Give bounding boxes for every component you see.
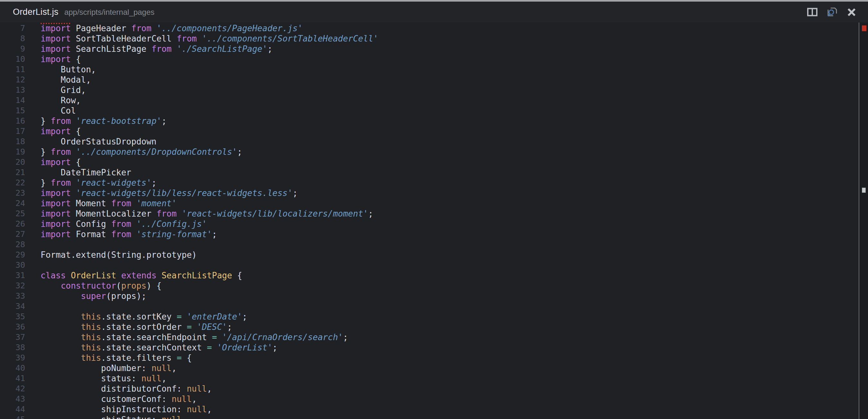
code-line[interactable]: 7import PageHeader from '../components/P… xyxy=(0,23,858,33)
code-token: OrderStatusDropdown xyxy=(40,137,156,147)
code-line[interactable]: 38 this.state.searchContext = 'OrderList… xyxy=(0,343,858,353)
code-line[interactable]: 32 constructor(props) { xyxy=(0,281,858,291)
code-token: .state.searchEndpoint xyxy=(101,332,212,342)
code-token: import xyxy=(40,54,71,64)
code-token: this xyxy=(81,332,101,342)
code-line[interactable]: 44 shipInstruction: null, xyxy=(0,404,858,415)
code-line[interactable]: 15 Col xyxy=(0,105,858,116)
code-line[interactable]: 16} from 'react-bootstrap'; xyxy=(0,116,858,126)
error-squiggle xyxy=(40,23,70,24)
code-line[interactable]: 25import MomentLocalizer from 'react-wid… xyxy=(0,208,858,219)
code-line[interactable]: 42 distributorConf: null, xyxy=(0,384,858,394)
split-view-icon[interactable] xyxy=(807,7,818,18)
line-number: 38 xyxy=(0,343,25,353)
code-line[interactable]: 20import { xyxy=(0,157,858,167)
code-line-text: distributorConf: null, xyxy=(40,384,212,394)
code-line[interactable]: 39 this.state.filters = { xyxy=(0,353,858,363)
code-token: = xyxy=(177,312,182,321)
code-token: import xyxy=(40,219,71,229)
code-line[interactable]: 31class OrderList extends SearchListPage… xyxy=(0,270,858,281)
code-token: null xyxy=(187,384,207,394)
search-in-files-icon[interactable] xyxy=(827,7,837,18)
code-line-text: import Moment from 'moment' xyxy=(40,198,177,208)
code-line-text: import SearchListPage from './SearchList… xyxy=(40,44,272,54)
line-number: 28 xyxy=(0,239,25,250)
line-number: 34 xyxy=(0,301,25,312)
code-line[interactable]: 26import Config from '../Config.js' xyxy=(0,219,858,229)
code-token xyxy=(40,291,81,301)
code-line[interactable]: 34 xyxy=(0,301,858,312)
file-title: OrderList.js xyxy=(13,7,59,17)
code-token: ; xyxy=(343,332,348,342)
code-token xyxy=(40,332,81,342)
line-number: 20 xyxy=(0,157,25,167)
code-line-text: } from 'react-widgets'; xyxy=(40,178,156,188)
code-token: distributorConf: xyxy=(40,384,187,394)
code-line[interactable]: 13 Grid, xyxy=(0,85,858,95)
line-number: 25 xyxy=(0,208,25,219)
code-token: , xyxy=(207,405,212,414)
code-token: 'react-widgets/lib/less/react-widgets.le… xyxy=(76,188,293,198)
code-line[interactable]: 27import Format from 'string-format'; xyxy=(0,229,858,239)
code-line[interactable]: 10import { xyxy=(0,54,858,64)
code-token: null xyxy=(141,374,162,383)
code-line[interactable]: 23import 'react-widgets/lib/less/react-w… xyxy=(0,188,858,198)
code-line-text: import Format from 'string-format'; xyxy=(40,229,217,239)
code-token: Col xyxy=(40,106,76,116)
line-number: 42 xyxy=(0,384,25,394)
scrollbar-thumb[interactable] xyxy=(862,188,866,193)
code-line[interactable]: 11 Button, xyxy=(0,64,858,75)
code-token: from xyxy=(151,44,172,54)
code-token xyxy=(71,116,76,126)
code-token: .state.searchContext xyxy=(101,343,207,352)
code-line[interactable]: 29Format.extend(String.prototype) xyxy=(0,250,858,260)
code-line-text: Button, xyxy=(40,64,96,75)
code-line[interactable]: 12 Modal, xyxy=(0,75,858,85)
code-line[interactable]: 35 this.state.sortKey = 'enterDate'; xyxy=(0,312,858,322)
line-number: 8 xyxy=(0,33,25,44)
code-token: shipStatus: xyxy=(40,415,162,419)
code-line[interactable]: 14 Row, xyxy=(0,95,858,105)
code-line[interactable]: 8import SortTableHeaderCell from '../com… xyxy=(0,33,858,44)
code-line[interactable]: 19} from '../components/DropdownControls… xyxy=(0,147,858,157)
code-token: , xyxy=(182,415,187,419)
code-line[interactable]: 18 OrderStatusDropdown xyxy=(0,136,858,147)
line-number: 39 xyxy=(0,353,25,363)
code-token xyxy=(131,219,136,229)
code-line-text: import PageHeader from '../components/Pa… xyxy=(40,23,303,33)
code-line[interactable]: 43 customerConf: null, xyxy=(0,394,858,404)
code-line[interactable]: 28 xyxy=(0,239,858,250)
code-line[interactable]: 37 this.state.searchEndpoint = '/api/Crn… xyxy=(0,332,858,343)
code-line[interactable]: 41 status: null, xyxy=(0,373,858,384)
code-area[interactable]: 7import PageHeader from '../components/P… xyxy=(0,23,858,419)
code-line[interactable]: 40 poNumber: null, xyxy=(0,363,858,373)
line-number: 15 xyxy=(0,105,25,116)
code-token: { xyxy=(182,353,192,363)
code-token: 'OrderList' xyxy=(217,343,272,352)
code-token: ; xyxy=(237,147,242,157)
code-line[interactable]: 24import Moment from 'moment' xyxy=(0,198,858,208)
code-token: import xyxy=(40,44,71,54)
line-number: 40 xyxy=(0,363,25,373)
code-line-text: Col xyxy=(40,105,76,116)
code-token: from xyxy=(51,147,71,157)
code-token: from xyxy=(111,229,131,239)
code-token xyxy=(212,343,217,352)
close-icon[interactable] xyxy=(846,7,857,18)
code-token xyxy=(66,271,71,280)
code-line[interactable]: 22} from 'react-widgets'; xyxy=(0,178,858,188)
code-token: status: xyxy=(40,374,141,383)
scrollbar-track[interactable] xyxy=(859,23,868,419)
code-line[interactable]: 33 super(props); xyxy=(0,291,858,301)
titlebar-text: OrderList.js app/scripts/internal_pages xyxy=(13,7,155,17)
line-number: 10 xyxy=(0,54,25,64)
code-line[interactable]: 45 shipStatus: null, xyxy=(0,415,858,419)
code-line[interactable]: 17import { xyxy=(0,126,858,136)
code-line[interactable]: 21 DateTimePicker xyxy=(0,167,858,178)
line-number: 18 xyxy=(0,136,25,147)
code-line[interactable]: 30 xyxy=(0,260,858,270)
code-line[interactable]: 9import SearchListPage from './SearchLis… xyxy=(0,44,858,54)
code-token: Row, xyxy=(40,96,81,105)
code-token xyxy=(151,24,156,33)
code-line[interactable]: 36 this.state.sortOrder = 'DESC'; xyxy=(0,322,858,332)
